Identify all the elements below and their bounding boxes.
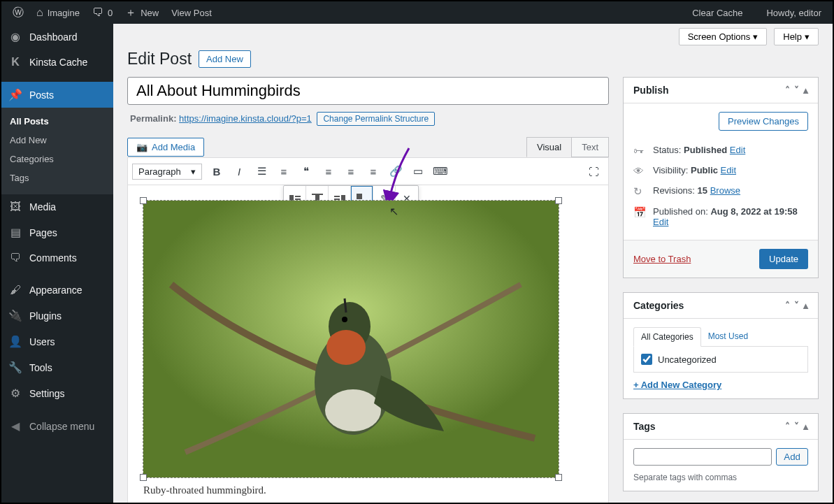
caret-up-icon[interactable]: ▴ <box>803 300 808 311</box>
tags-metabox: Tags˄˅▴ Add Separate tags with commas <box>623 413 819 491</box>
comments-link[interactable]: 🗨0 <box>87 1 118 24</box>
chevron-up-icon[interactable]: ˄ <box>785 300 790 311</box>
format-select[interactable]: Paragraph▾ <box>132 164 202 180</box>
svg-rect-2 <box>295 199 301 200</box>
align-right-button[interactable]: ≡ <box>363 161 384 182</box>
caret-down-icon: ▾ <box>191 166 196 177</box>
chevron-down-icon[interactable]: ˅ <box>794 85 799 96</box>
tab-all-categories[interactable]: All Categories <box>633 327 701 347</box>
image-caption[interactable]: Ruby-throated hummingbird. <box>143 484 593 496</box>
add-new-category-link[interactable]: + Add New Category <box>633 380 721 390</box>
categories-heading[interactable]: Categories˄˅▴ <box>624 293 818 319</box>
move-to-trash-link[interactable]: Move to Trash <box>633 254 691 264</box>
plus-icon: ＋ <box>125 6 136 20</box>
change-permalink-button[interactable]: Change Permalink Structure <box>317 112 435 126</box>
tags-input[interactable] <box>633 448 772 466</box>
wp-logo[interactable]: ⓦ <box>7 1 29 24</box>
chevron-up-icon[interactable]: ˄ <box>785 85 790 96</box>
add-media-button[interactable]: 📷Add Media <box>127 138 204 157</box>
sidebar-item-media[interactable]: 🖾Media <box>1 194 113 219</box>
view-post-label: View Post <box>171 8 212 18</box>
sidebar-item-kinsta-cache[interactable]: KKinsta Cache <box>1 50 113 75</box>
submenu-categories[interactable]: Categories <box>1 150 113 168</box>
my-account[interactable]: Howdy, editor <box>761 1 827 24</box>
add-tag-button[interactable]: Add <box>776 448 808 466</box>
resize-handle-br[interactable] <box>555 474 562 481</box>
categories-metabox: Categories˄˅▴ All Categories Most Used U… <box>623 292 819 399</box>
appearance-icon: 🖌 <box>8 284 22 296</box>
caret-up-icon[interactable]: ▴ <box>803 421 808 432</box>
pin-icon: 📌 <box>8 88 22 101</box>
help-button[interactable]: Help ▾ <box>774 28 819 45</box>
update-button[interactable]: Update <box>759 249 808 269</box>
sidebar-item-posts[interactable]: 📌Posts <box>1 82 113 108</box>
sidebar-item-plugins[interactable]: 🔌Plugins <box>1 303 113 329</box>
add-new-button[interactable]: Add New <box>199 50 251 68</box>
resize-handle-bl[interactable] <box>140 474 147 481</box>
caret-up-icon[interactable]: ▴ <box>803 85 808 96</box>
italic-button[interactable]: I <box>229 161 250 182</box>
resize-handle-tl[interactable] <box>140 197 147 204</box>
preview-changes-button[interactable]: Preview Changes <box>719 112 808 131</box>
tab-visual[interactable]: Visual <box>526 137 571 157</box>
toolbar-toggle-button[interactable]: ⌨ <box>430 161 451 182</box>
submenu-tags[interactable]: Tags <box>1 168 113 187</box>
numbered-list-button[interactable]: ≡ <box>273 161 294 182</box>
sidebar-item-dashboard[interactable]: ◉Dashboard <box>1 24 113 50</box>
submenu-add-new[interactable]: Add New <box>1 131 113 150</box>
hummingbird-illustration <box>143 201 559 477</box>
svg-point-15 <box>326 330 366 365</box>
bold-button[interactable]: B <box>206 161 227 182</box>
browse-revisions-link[interactable]: Browse <box>710 185 740 196</box>
category-uncategorized[interactable]: Uncategorized <box>641 354 800 365</box>
tab-text[interactable]: Text <box>571 137 609 157</box>
calendar-icon: 📅 <box>633 206 646 219</box>
clear-cache[interactable]: Clear Cache <box>686 1 748 24</box>
revisions-icon: ↻ <box>633 185 646 198</box>
permalink-row: Permalink: https://imagine.kinsta.cloud/… <box>130 112 606 126</box>
edit-visibility-link[interactable]: Edit <box>721 165 736 175</box>
fullscreen-button[interactable]: ⛶ <box>583 161 604 182</box>
settings-icon: ⚙ <box>8 387 22 400</box>
sidebar-item-appearance[interactable]: 🖌Appearance <box>1 278 113 303</box>
chevron-down-icon[interactable]: ˅ <box>794 421 799 432</box>
post-image[interactable] <box>143 201 559 477</box>
permalink-url[interactable]: https://imagine.kinsta.cloud/?p=1 <box>179 113 312 124</box>
site-name[interactable]: ⌂Imagine <box>31 1 85 24</box>
new-content[interactable]: ＋New <box>120 1 164 24</box>
resize-handle-tr[interactable] <box>555 197 562 204</box>
screen-options-button[interactable]: Screen Options ▾ <box>679 28 768 45</box>
sidebar-item-users[interactable]: 👤Users <box>1 329 113 354</box>
selected-image-wrap[interactable]: ✎ ✕ Edit ↖ <box>143 201 559 477</box>
category-checkbox[interactable] <box>641 354 652 365</box>
dashboard-icon: ◉ <box>8 30 22 43</box>
post-title-input[interactable] <box>127 77 609 105</box>
align-left-button[interactable]: ≡ <box>318 161 339 182</box>
keyboard-icon: ⌨ <box>433 165 448 178</box>
chevron-down-icon[interactable]: ˅ <box>794 300 799 311</box>
edit-date-link[interactable]: Edit <box>653 217 668 227</box>
sidebar-item-comments[interactable]: 🗨Comments <box>1 245 113 271</box>
view-post[interactable]: View Post <box>166 1 217 24</box>
readmore-button[interactable]: ▭ <box>408 161 429 182</box>
align-center-button[interactable]: ≡ <box>340 161 361 182</box>
submenu-all-posts[interactable]: All Posts <box>1 112 113 131</box>
sidebar-item-tools[interactable]: 🔧Tools <box>1 354 113 380</box>
collapse-icon: ◀ <box>8 419 22 433</box>
bullet-list-button[interactable]: ☰ <box>251 161 272 182</box>
blockquote-button[interactable]: ❝ <box>296 161 317 182</box>
chevron-up-icon[interactable]: ˄ <box>785 421 790 432</box>
tags-heading[interactable]: Tags˄˅▴ <box>624 414 818 440</box>
editor-body[interactable]: ✎ ✕ Edit ↖ <box>127 185 609 503</box>
list-ul-icon: ☰ <box>257 165 266 178</box>
edit-status-link[interactable]: Edit <box>730 145 745 155</box>
publish-metabox: Publish˄˅▴ Preview Changes 🗝Status: Publ… <box>623 77 819 278</box>
tab-most-used[interactable]: Most Used <box>701 327 755 346</box>
sidebar-item-collapse[interactable]: ◀Collapse menu <box>1 413 113 439</box>
link-button[interactable]: 🔗 <box>385 161 406 182</box>
sidebar-item-pages[interactable]: ▤Pages <box>1 219 113 245</box>
publish-heading[interactable]: Publish˄˅▴ <box>624 78 818 103</box>
key-icon: 🗝 <box>633 145 646 157</box>
admin-toolbar: ⓦ ⌂Imagine 🗨0 ＋New View Post Clear Cache… <box>1 1 833 24</box>
sidebar-item-settings[interactable]: ⚙Settings <box>1 380 113 406</box>
